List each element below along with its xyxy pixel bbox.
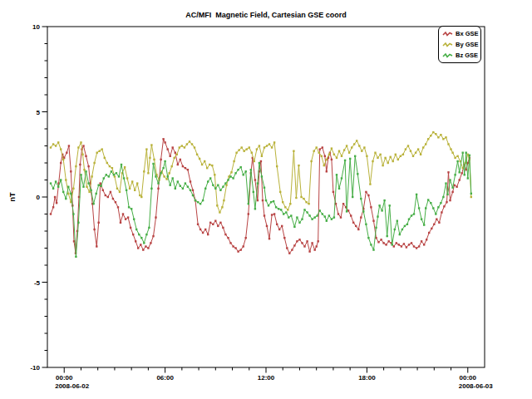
- legend-item-bx: Bx GSE: [442, 28, 480, 39]
- series-bx-gse: [50, 138, 470, 254]
- y-tick-label: 10: [32, 23, 40, 31]
- y-tick-label: -10: [30, 364, 40, 372]
- x-axis-date-label: 2008-06-02: [55, 382, 89, 390]
- y-tick-label: -5: [34, 279, 41, 287]
- legend-label-by: By GSE: [456, 41, 479, 48]
- legend-label-bz: Bz GSE: [456, 52, 478, 59]
- x-tick-label: 12:00: [258, 374, 275, 382]
- by-line-sample-icon: [442, 41, 454, 48]
- x-tick-label: 18:00: [358, 374, 376, 382]
- y-tick-label: 0: [37, 194, 41, 201]
- plot-border: [47, 27, 485, 367]
- series-line: [51, 139, 470, 253]
- y-tick-label: 5: [37, 109, 41, 116]
- bz-line-sample-icon: [442, 52, 454, 59]
- y-axis-label: nT: [8, 192, 17, 201]
- x-tick-label: 00:00: [56, 374, 73, 382]
- x-tick-label: 06:00: [156, 374, 174, 382]
- magnetic-field-figure: AC/MFI Magnetic Field, Cartesian GSE coo…: [0, 0, 532, 399]
- legend-item-bz: Bz GSE: [442, 50, 480, 61]
- legend: Bx GSE By GSE Bz GSE: [438, 26, 481, 63]
- x-tick-label: 00:00: [460, 374, 477, 382]
- bx-line-sample-icon: [442, 30, 454, 37]
- legend-label-bx: Bx GSE: [456, 30, 479, 37]
- axis-ticks: [42, 27, 468, 373]
- legend-item-by: By GSE: [442, 39, 480, 50]
- x-axis-date-label: 2008-06-03: [459, 382, 493, 390]
